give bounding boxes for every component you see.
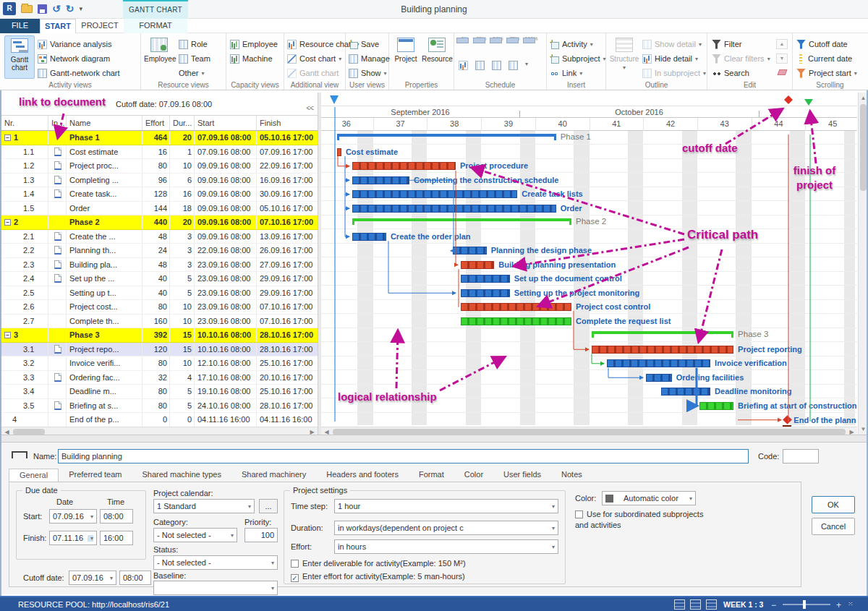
column-header-fin[interactable]: Finish [257, 116, 318, 130]
scroll-cutoff-date-button[interactable]: Cutoff date [796, 38, 848, 51]
document-link-icon[interactable] [54, 161, 61, 170]
effort-select[interactable]: in hours▾ [334, 539, 558, 554]
reschedule-icon[interactable] [459, 61, 468, 70]
table-row[interactable]: −3Phase 33921510.10.16 08:0028.10.16 17:… [1, 328, 318, 343]
phase-bracket[interactable] [337, 134, 556, 140]
zoom-slider-thumb[interactable] [803, 600, 806, 609]
gantt-bar[interactable] [699, 402, 733, 410]
progress-0-button[interactable]: 0% [456, 36, 473, 55]
other-button[interactable]: Other▾ [179, 67, 205, 80]
capacity-machine-button[interactable]: Machine [230, 52, 273, 65]
gantt-bar[interactable] [646, 374, 672, 382]
column-header-doc[interactable]: In... [48, 116, 67, 130]
progress-25-button[interactable]: 25% [473, 36, 490, 55]
gantt-bar[interactable] [607, 359, 710, 367]
table-row[interactable]: 2.2Planning th...24322.09.16 08:0026.09.… [1, 244, 318, 258]
color-select[interactable]: Automatic color▾ [602, 491, 696, 505]
schedule-options-icon[interactable] [509, 61, 518, 70]
column-header-eff[interactable]: Effort [142, 116, 170, 130]
gantt-bar[interactable] [461, 261, 495, 269]
table-row[interactable]: 4End of the p...0004.11.16 16:0004.11.16… [1, 413, 318, 427]
insert-subproject-button[interactable]: Subproject▾ [550, 52, 606, 65]
table-row[interactable]: 2.3Building pla...48323.09.16 08:0027.09… [1, 258, 318, 273]
search-button[interactable]: Search [712, 67, 749, 80]
ok-button[interactable]: OK [812, 496, 855, 513]
priority-input[interactable]: 100 [244, 528, 278, 542]
phase-bracket[interactable] [352, 218, 571, 225]
document-link-icon[interactable] [54, 148, 61, 156]
zoom-out-icon[interactable]: − [771, 600, 776, 610]
gantt-bar[interactable] [461, 303, 571, 311]
network-diagram-button[interactable]: Network diagram [38, 52, 110, 65]
project-calendar-select[interactable]: 1 Standard▾ [153, 499, 255, 513]
cancel-button[interactable]: Cancel [812, 518, 855, 535]
table-row[interactable]: 1.5Order1441809.09.16 08:0005.10.16 17:0… [1, 202, 318, 216]
code-input[interactable] [783, 449, 819, 463]
calendar-more-button[interactable]: ... [259, 499, 278, 513]
project-properties-button[interactable]: Project [391, 35, 421, 79]
form-tab-general[interactable]: General [9, 469, 59, 482]
gantt-bar[interactable] [461, 317, 571, 325]
tab-file[interactable]: FILE [0, 19, 40, 33]
scroll-project-start-button[interactable]: Project start▾ [796, 67, 857, 80]
gantt-bar[interactable] [461, 275, 510, 283]
gantt-view-icon[interactable] [674, 599, 685, 610]
gantt-bar[interactable] [352, 190, 517, 198]
variance-analysis-button[interactable]: Variance analysis [38, 38, 111, 51]
table-row[interactable]: 2.7Complete th...1601023.09.16 08:0007.1… [1, 315, 318, 329]
form-tab-notes[interactable]: Notes [551, 469, 592, 482]
table-row[interactable]: 3.3Ordering fac...32417.10.16 08:0020.10… [1, 371, 318, 385]
table-row[interactable]: 3.2Invoice verifi...801012.10.16 08:0025… [1, 356, 318, 371]
tab-start[interactable]: START [40, 19, 76, 33]
duration-select[interactable]: in workdays(dependent on project c▾ [334, 521, 558, 535]
gantt-network-chart-button[interactable]: Gantt-network chart [38, 67, 120, 80]
gantt-bar[interactable] [453, 247, 487, 255]
cutoff-date-input[interactable]: 07.09.16▾ [69, 571, 116, 585]
progress-100-button[interactable]: 100% [523, 36, 540, 55]
expander-icon[interactable]: − [4, 134, 11, 141]
form-tab-user-fields[interactable]: User fields [493, 469, 551, 482]
schedule-dropdown-icon[interactable]: ▾ [525, 61, 528, 70]
gantt-bar[interactable] [352, 205, 556, 213]
cost-chart-button[interactable]: Cost chart▾ [287, 52, 341, 65]
table-row[interactable]: 2.5Setting up t...40523.09.16 08:0029.09… [1, 286, 318, 301]
tab-format[interactable]: FORMAT [124, 19, 187, 33]
category-select[interactable]: - Not selected -▾ [153, 528, 237, 542]
expander-icon[interactable]: − [4, 332, 11, 338]
expander-icon[interactable]: − [4, 219, 11, 226]
phase-bracket[interactable] [592, 331, 733, 338]
table-row[interactable]: 3.1Project repo...1201510.10.16 08:0028.… [1, 343, 318, 357]
start-time-input[interactable]: 08:00 [100, 509, 133, 524]
zoom-in-icon[interactable]: + [836, 600, 841, 610]
table-view-icon[interactable] [690, 599, 701, 610]
chart-view-icon[interactable] [706, 599, 717, 610]
table-row[interactable]: −1Phase 14642007.09.16 08:0005.10.16 17:… [1, 131, 318, 145]
finish-time-input[interactable]: 16:00 [100, 531, 133, 545]
table-row[interactable]: 2.1Create the ...48309.09.16 08:0013.09.… [1, 230, 318, 244]
form-tab-format[interactable]: Format [409, 469, 454, 482]
deliverable-checkbox[interactable]: Enter deliverable for activity(Example: … [291, 559, 466, 568]
gantt-bar[interactable] [661, 388, 710, 396]
form-tab-color[interactable]: Color [454, 469, 493, 482]
gantt-bar[interactable] [352, 176, 409, 184]
document-link-icon[interactable] [54, 345, 61, 354]
time-step-select[interactable]: 1 hour▾ [334, 499, 558, 513]
insert-activity-button[interactable]: Activity▾ [550, 38, 593, 51]
resource-properties-button[interactable]: Resource [422, 35, 452, 79]
employee-view-button[interactable]: Employee [144, 35, 174, 79]
document-link-icon[interactable] [54, 401, 61, 410]
column-header-nm[interactable]: Name [67, 116, 142, 130]
collapse-table-button[interactable]: << [306, 104, 313, 112]
filter-down-icon[interactable]: ▼ [776, 54, 788, 64]
table-row[interactable]: 1.4Create task...1281609.09.16 08:0030.0… [1, 187, 318, 202]
scroll-current-date-button[interactable]: Current date [796, 52, 852, 65]
zoom-slider[interactable] [783, 604, 830, 605]
save-view-button[interactable]: Save [349, 38, 379, 51]
document-link-icon[interactable] [54, 176, 61, 184]
name-input[interactable]: Building planning [58, 449, 749, 463]
manage-views-button[interactable]: Manage [349, 52, 390, 65]
form-tab-shared-machine-types[interactable]: Shared machine types [132, 469, 231, 482]
milestone-diamond[interactable] [783, 415, 792, 424]
insert-link-button[interactable]: Link▾ [550, 67, 582, 80]
table-row[interactable]: 1.1Cost estimate16107.09.16 08:0007.09.1… [1, 145, 318, 160]
